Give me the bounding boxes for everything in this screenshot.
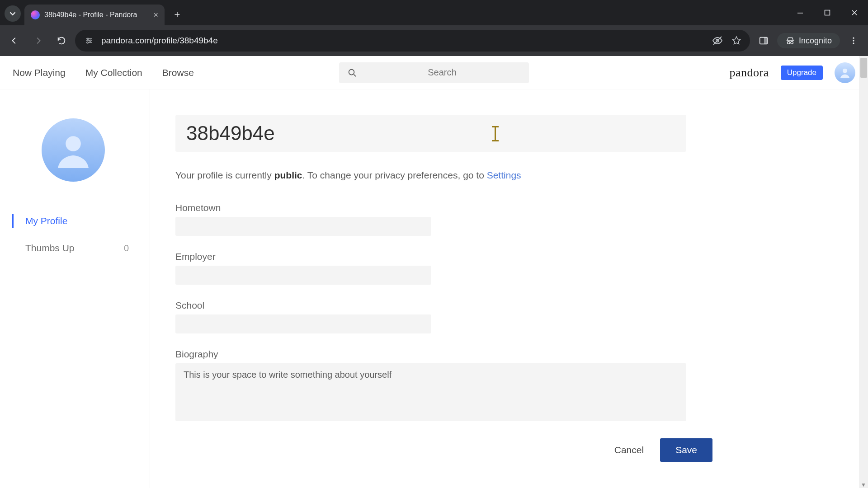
browser-tab[interactable]: 38b49b4e - Profile - Pandora ×	[24, 5, 165, 25]
tab-strip: 38b49b4e - Profile - Pandora × +	[0, 0, 868, 25]
field-employer: Employer	[175, 251, 839, 285]
browser-toolbar: Incognito	[0, 25, 868, 56]
eye-off-icon[interactable]	[712, 35, 723, 46]
minimize-icon	[797, 9, 803, 16]
primary-nav: Now Playing My Collection Browse	[13, 67, 194, 78]
search-icon	[347, 67, 357, 78]
window-controls	[787, 0, 868, 25]
privacy-middle: . To change your privacy preferences, go…	[302, 170, 487, 180]
save-button[interactable]: Save	[660, 438, 712, 462]
search-input[interactable]	[363, 67, 521, 78]
nav-browse[interactable]: Browse	[162, 67, 194, 78]
cancel-button[interactable]: Cancel	[614, 445, 644, 455]
incognito-label: Incognito	[799, 36, 832, 46]
display-name-input[interactable]	[186, 122, 675, 145]
header-right: pandora Upgrade	[730, 62, 855, 83]
svg-rect-1	[825, 10, 830, 15]
employer-label: Employer	[175, 251, 839, 262]
form-actions: Cancel Save	[175, 438, 712, 462]
incognito-indicator[interactable]: Incognito	[777, 33, 840, 48]
window-close-button[interactable]	[841, 0, 868, 25]
kebab-icon	[849, 36, 858, 45]
tab-title: 38b49b4e - Profile - Pandora	[44, 11, 149, 19]
field-school: School	[175, 300, 839, 333]
sidebar-item-thumbs-up[interactable]: Thumbs Up 0	[25, 241, 150, 255]
profile-main: Your profile is currently public. To cha…	[150, 89, 868, 488]
svg-point-3	[90, 40, 91, 41]
browser-chrome: 38b49b4e - Profile - Pandora × + In	[0, 0, 868, 56]
maximize-icon	[824, 9, 830, 16]
svg-rect-7	[764, 38, 767, 44]
window-minimize-button[interactable]	[787, 0, 814, 25]
site-header: Now Playing My Collection Browse pandora…	[0, 56, 868, 89]
svg-rect-0	[797, 13, 803, 14]
arrow-left-icon	[9, 36, 19, 46]
settings-link[interactable]: Settings	[487, 170, 521, 180]
nav-now-playing[interactable]: Now Playing	[13, 67, 66, 78]
privacy-status: public	[274, 170, 302, 180]
privacy-status-line: Your profile is currently public. To cha…	[175, 170, 839, 181]
svg-point-2	[87, 38, 89, 39]
hometown-input[interactable]	[175, 217, 431, 236]
bookmark-star-button[interactable]	[731, 35, 742, 46]
address-bar-actions	[708, 35, 742, 46]
nav-reload-button[interactable]	[52, 31, 71, 51]
person-icon	[52, 128, 95, 172]
tune-icon	[85, 36, 94, 45]
svg-point-13	[349, 69, 354, 75]
nav-forward-button[interactable]	[28, 31, 48, 51]
sidebar-item-count: 0	[124, 243, 129, 253]
employer-input[interactable]	[175, 266, 431, 285]
sidebar-item-label: My Profile	[25, 216, 67, 226]
svg-point-9	[791, 42, 793, 44]
svg-point-12	[853, 42, 854, 44]
close-icon	[851, 9, 858, 16]
biography-input[interactable]	[175, 363, 686, 421]
address-bar[interactable]	[75, 30, 750, 52]
side-panel-button[interactable]	[754, 31, 774, 51]
scrollbar-down[interactable]: ▼	[860, 482, 867, 488]
svg-point-11	[853, 40, 854, 41]
search-box[interactable]	[339, 62, 529, 83]
reload-icon	[57, 36, 66, 46]
person-icon	[838, 66, 852, 80]
url-input[interactable]	[101, 36, 701, 46]
browser-menu-button[interactable]	[844, 31, 863, 51]
upgrade-button[interactable]: Upgrade	[781, 66, 823, 80]
field-biography: Biography	[175, 349, 839, 423]
profile-avatar[interactable]	[42, 118, 105, 182]
sidebar-item-my-profile[interactable]: My Profile	[12, 214, 150, 228]
field-hometown: Hometown	[175, 202, 839, 236]
account-avatar-button[interactable]	[835, 62, 855, 83]
arrow-right-icon	[33, 36, 43, 46]
tab-search-button[interactable]	[5, 5, 21, 22]
school-input[interactable]	[175, 314, 431, 333]
svg-point-15	[66, 136, 81, 151]
site-info-button[interactable]	[83, 35, 95, 47]
chevron-down-icon	[9, 10, 16, 17]
privacy-prefix: Your profile is currently	[175, 170, 274, 180]
svg-point-10	[853, 38, 854, 39]
new-tab-button[interactable]: +	[169, 6, 185, 23]
display-name-field[interactable]	[175, 115, 686, 152]
nav-my-collection[interactable]: My Collection	[85, 67, 142, 78]
content: My Profile Thumbs Up 0 Your profile is c…	[0, 89, 868, 488]
svg-point-4	[87, 42, 88, 43]
svg-point-8	[788, 42, 790, 44]
svg-point-14	[843, 68, 847, 73]
incognito-icon	[785, 36, 795, 46]
tab-close-icon[interactable]: ×	[153, 10, 158, 20]
panel-icon	[759, 36, 769, 46]
brand-logo[interactable]: pandora	[730, 66, 769, 80]
sidebar-items: My Profile Thumbs Up 0	[25, 214, 150, 255]
school-label: School	[175, 300, 839, 311]
window-maximize-button[interactable]	[814, 0, 841, 25]
hometown-label: Hometown	[175, 202, 839, 213]
profile-sidebar: My Profile Thumbs Up 0	[0, 89, 150, 488]
sidebar-item-label: Thumbs Up	[25, 243, 75, 253]
text-cursor-icon	[495, 125, 496, 143]
nav-back-button[interactable]	[5, 31, 24, 51]
page: ▲ ▼ Now Playing My Collection Browse pan…	[0, 56, 868, 488]
biography-label: Biography	[175, 349, 839, 360]
scrollbar-thumb[interactable]	[860, 58, 867, 78]
